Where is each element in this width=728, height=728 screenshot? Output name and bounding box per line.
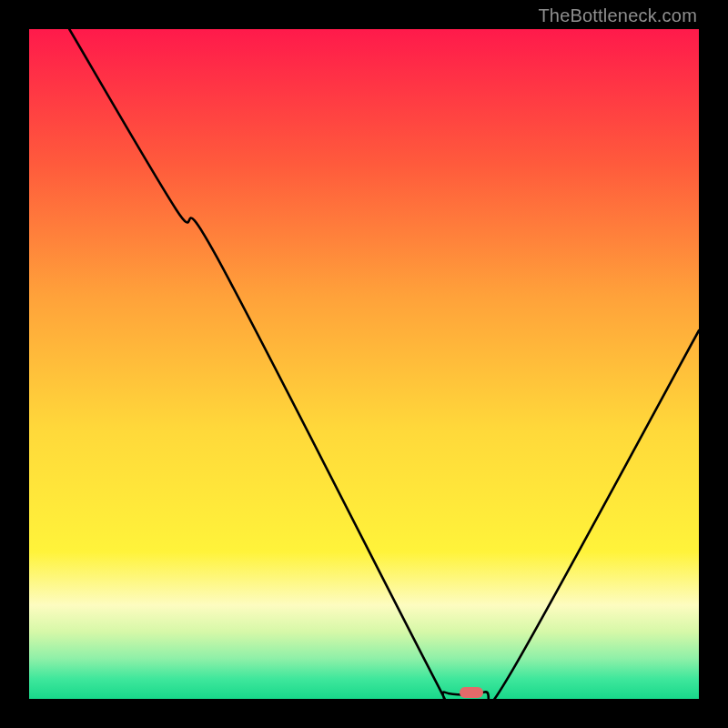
plot-area xyxy=(29,29,699,699)
bottleneck-curve xyxy=(29,29,699,699)
chart-frame: TheBottleneck.com xyxy=(0,0,728,728)
optimal-point-marker xyxy=(460,687,483,698)
watermark-text: TheBottleneck.com xyxy=(538,5,697,26)
